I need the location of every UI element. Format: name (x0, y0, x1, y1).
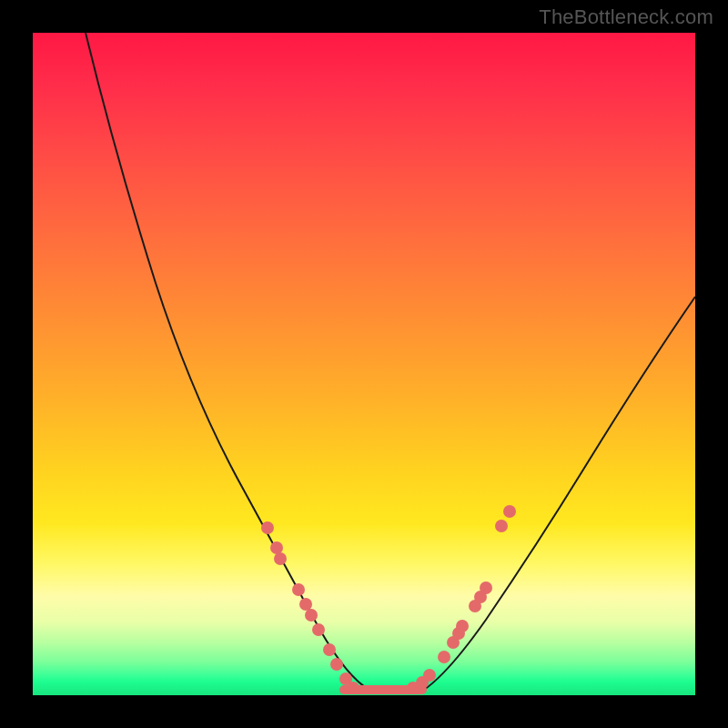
dot (423, 669, 436, 682)
dot (292, 583, 305, 596)
dot (347, 682, 359, 694)
dot (480, 581, 492, 594)
dot (305, 609, 318, 622)
outer-frame: TheBottleneck.com (0, 0, 728, 728)
dot (323, 643, 336, 656)
dot (299, 598, 312, 611)
dot (438, 651, 450, 663)
left-curve (86, 33, 369, 690)
chart-svg (33, 33, 695, 695)
dot (456, 620, 469, 632)
dot (261, 521, 274, 534)
dots-group (261, 505, 516, 694)
dot (503, 505, 516, 518)
watermark-text: TheBottleneck.com (539, 5, 713, 29)
dot (330, 658, 343, 671)
dot (274, 552, 287, 565)
dot (270, 541, 283, 554)
dot (312, 623, 325, 636)
plot-area (33, 33, 695, 695)
dot (495, 520, 508, 532)
